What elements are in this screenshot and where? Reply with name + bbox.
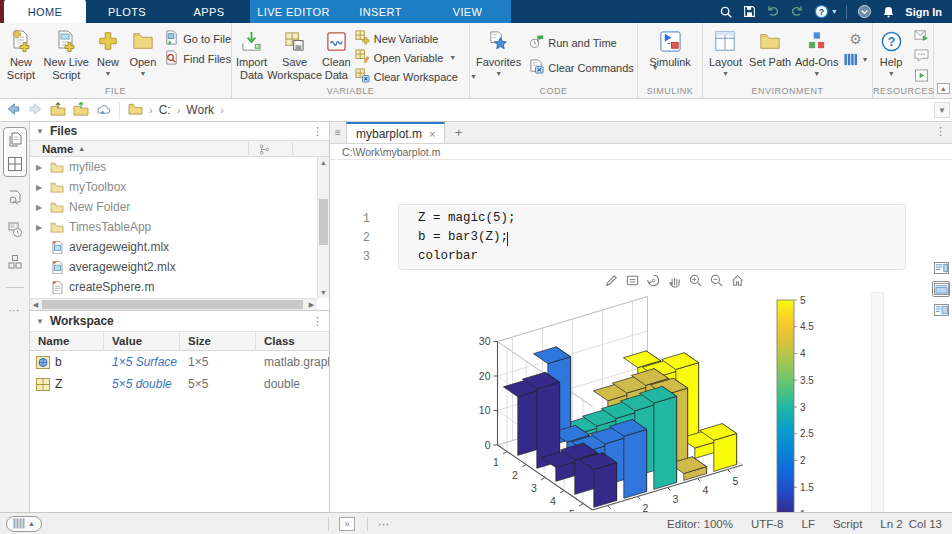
tab-apps[interactable]: APPS	[168, 0, 250, 23]
files-panel-icon[interactable]	[6, 131, 24, 149]
brush-icon[interactable]	[603, 272, 620, 289]
expand-icon[interactable]: ▶	[30, 163, 48, 172]
expand-icon[interactable]: ▶	[30, 183, 48, 192]
panel-toggle-button[interactable]: ▲	[6, 516, 42, 532]
back-icon[interactable]	[6, 102, 21, 119]
workspace-row[interactable]: Z 5×5 double 5×5 double	[30, 373, 329, 395]
workspace-column-header[interactable]: Name Value Size Class	[30, 331, 329, 351]
tab-home[interactable]: HOME	[4, 0, 86, 23]
export-icon[interactable]	[624, 272, 641, 289]
zoom-out-icon[interactable]	[708, 272, 725, 289]
clear-workspace-button[interactable]: Clear Workspace ▼	[355, 68, 477, 85]
forward-icon[interactable]	[28, 102, 43, 119]
editor-tab-list-icon[interactable]: ≡	[330, 122, 346, 143]
view-output-inline-icon[interactable]	[932, 281, 950, 297]
up-folder-icon[interactable]	[50, 102, 66, 119]
file-row[interactable]: createSphere.m	[30, 277, 317, 297]
git-column-icon[interactable]	[258, 143, 271, 158]
workspace-menu-icon[interactable]: ⋮	[312, 315, 323, 328]
col-value[interactable]: Value	[104, 332, 180, 350]
editor-zoom-level[interactable]: Editor: 100%	[667, 518, 733, 530]
scroll-right-icon[interactable]: ▶	[306, 299, 317, 310]
community-icon[interactable]	[914, 29, 929, 45]
open-variable-button[interactable]: Open Variable ▼	[355, 49, 477, 66]
bar3-chart[interactable]: 0102030123451234511.522.533.544.55	[385, 292, 930, 522]
zoom-in-icon[interactable]	[687, 272, 704, 289]
line-ending[interactable]: LF	[802, 518, 815, 530]
scroll-down-icon[interactable]: ▼	[318, 287, 329, 298]
files-vertical-scrollbar[interactable]: ▲▼	[317, 157, 329, 298]
files-name-column[interactable]: Name	[30, 143, 73, 155]
redo-icon[interactable]	[790, 5, 804, 18]
search-icon[interactable]	[719, 5, 733, 19]
undo-icon[interactable]	[766, 5, 780, 18]
browse-folder-icon[interactable]	[73, 102, 89, 119]
pan-icon[interactable]	[666, 272, 683, 289]
breadcrumb-folder[interactable]: Work	[186, 103, 214, 117]
go-to-file-button[interactable]: Go to File	[164, 30, 231, 47]
editor-tab-mybarplot[interactable]: mybarplot.m ×	[346, 122, 445, 143]
files-collapse-icon[interactable]: ▼	[36, 127, 44, 136]
save-workspace-button[interactable]: Save Workspace	[267, 26, 322, 81]
cloud-folder-icon[interactable]	[96, 102, 111, 118]
help-button[interactable]: ? Help ▼	[873, 26, 909, 77]
files-menu-icon[interactable]: ⋮	[312, 125, 323, 138]
sign-in-link[interactable]: Sign In	[905, 6, 942, 18]
add-ons-button[interactable]: Add-Ons ▼	[794, 26, 839, 77]
workspace-row[interactable]: b 1×5 Surface 1×5 matlab.graphi...	[30, 351, 329, 373]
file-row[interactable]: ▶myfiles	[30, 157, 317, 177]
new-variable-button[interactable]: New Variable	[355, 30, 477, 47]
tab-plots[interactable]: PLOTS	[86, 0, 168, 23]
set-path-button[interactable]: Set Path	[746, 26, 795, 69]
quick-help-icon[interactable]: ?▾	[814, 4, 836, 19]
file-row[interactable]: averageweight.mlx	[30, 237, 317, 257]
tab-live-editor[interactable]: LIVE EDITOR	[250, 0, 337, 23]
scrollbar-thumb[interactable]	[42, 300, 303, 309]
files-column-header[interactable]: Name ▲	[30, 140, 329, 157]
new-script-button[interactable]: New Script	[0, 26, 42, 81]
file-encoding[interactable]: UTF-8	[751, 518, 784, 530]
view-output-right-icon[interactable]	[932, 302, 950, 318]
workspace-collapse-icon[interactable]: ▼	[36, 317, 44, 326]
figure-vertical-scrollbar[interactable]: ▼	[871, 292, 884, 524]
code-line[interactable]: Z = magic(5);	[418, 211, 516, 225]
notifications-bell-icon[interactable]	[882, 5, 895, 19]
files-horizontal-scrollbar[interactable]: ◀▶	[30, 298, 317, 310]
parallel-button[interactable]: ▼	[843, 52, 869, 67]
collapse-toolstrip-icon[interactable]: ▲	[937, 83, 950, 94]
expand-icon[interactable]: ▶	[30, 203, 48, 212]
col-class[interactable]: Class	[256, 332, 329, 350]
command-window-toggle[interactable]: »	[339, 517, 355, 531]
clean-data-button[interactable]: Clean Data	[322, 26, 351, 81]
profile-icon[interactable]	[857, 4, 872, 19]
rotate-3d-icon[interactable]	[645, 272, 662, 289]
new-tab-icon[interactable]: +	[445, 122, 471, 143]
help-dropdown-caret[interactable]: ▾	[832, 7, 836, 16]
file-row[interactable]: averageweight2.mlx	[30, 257, 317, 277]
code-line[interactable]: b = bar3(Z);	[418, 230, 508, 244]
scroll-left-icon[interactable]: ◀	[30, 299, 41, 310]
layout-button[interactable]: Layout ▼	[705, 26, 746, 77]
scroll-up-icon[interactable]: ▲	[318, 157, 329, 168]
new-live-script-button[interactable]: New Live Script	[42, 26, 91, 81]
view-code-only-icon[interactable]	[932, 260, 950, 276]
favorites-button[interactable]: Favorites ▼	[476, 26, 521, 77]
import-data-button[interactable]: Import Data	[236, 26, 267, 81]
layout-panel-icon[interactable]	[6, 155, 24, 173]
col-name[interactable]: Name	[30, 332, 104, 350]
preferences-gear-icon[interactable]: ⚙	[849, 32, 862, 46]
tab-insert[interactable]: INSERT	[337, 0, 424, 23]
more-panels-icon[interactable]: ⋯	[9, 304, 21, 317]
address-history-dropdown[interactable]: ▼	[934, 102, 950, 118]
expand-icon[interactable]: ▶	[30, 223, 48, 232]
learn-matlab-icon[interactable]	[914, 69, 929, 85]
file-type[interactable]: Script	[833, 518, 862, 530]
editor-menu-icon[interactable]: ⋮	[935, 125, 946, 138]
file-row[interactable]: ▶TimesTableApp	[30, 217, 317, 237]
close-tab-icon[interactable]: ×	[429, 128, 435, 140]
simulink-button[interactable]: Simulink	[641, 26, 699, 69]
file-search-panel-icon[interactable]	[6, 189, 24, 207]
statusbar-more-icon[interactable]: ⋯	[378, 517, 391, 531]
save-icon[interactable]	[743, 5, 756, 18]
restore-view-home-icon[interactable]	[729, 272, 746, 289]
